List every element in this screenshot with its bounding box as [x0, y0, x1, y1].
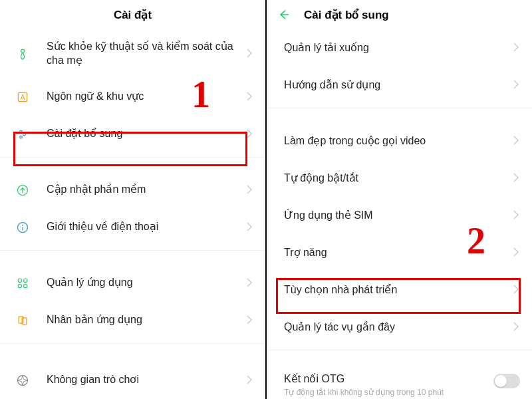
settings-pane: Cài đặt Sức khỏe kỹ thuật số và kiểm soá… — [0, 0, 267, 399]
lang-icon: A — [15, 89, 31, 105]
row-download-manager[interactable]: Quản lý tải xuống — [267, 29, 532, 66]
row-label: Ngôn ngữ & khu vực — [47, 90, 247, 104]
additional-settings-list: Quản lý tải xuống Hướng dẫn sử dụng Làm … — [267, 29, 532, 399]
row-game-space[interactable]: Không gian trò chơi — [0, 358, 265, 395]
svg-point-0 — [21, 49, 25, 53]
row-label: Tự động bật/tắt — [284, 172, 513, 186]
otg-toggle[interactable] — [493, 374, 520, 388]
row-accessibility[interactable]: Trợ năng — [267, 234, 532, 271]
game-icon — [15, 372, 31, 388]
row-software-update[interactable]: Cập nhật phần mềm — [0, 172, 265, 209]
chevron-right-icon — [513, 173, 520, 184]
section-divider — [267, 108, 532, 121]
row-label: Cập nhật phần mềm — [47, 183, 247, 197]
svg-point-8 — [22, 224, 23, 225]
row-subtitle: Tự động tắt khi không sử dụng trong 10 p… — [284, 388, 493, 397]
update-icon — [15, 182, 31, 198]
settings-list: Sức khỏe kỹ thuật số và kiểm soát của ch… — [0, 29, 265, 399]
chevron-right-icon — [513, 80, 520, 90]
svg-point-4 — [23, 133, 26, 136]
row-label: Giới thiệu về điện thoại — [47, 220, 247, 234]
row-language-region[interactable]: A Ngôn ngữ & khu vực — [0, 78, 265, 116]
page-title: Cài đặt — [114, 8, 152, 22]
chevron-right-icon — [247, 375, 253, 386]
chevron-right-icon — [513, 210, 520, 221]
svg-text:A: A — [21, 94, 25, 101]
row-label: Sức khỏe kỹ thuật số và kiểm soát của ch… — [47, 40, 247, 68]
chevron-right-icon — [513, 322, 520, 332]
chevron-right-icon — [513, 43, 520, 53]
svg-rect-12 — [24, 284, 27, 287]
info-icon — [15, 219, 31, 235]
row-digital-wellbeing[interactable]: Sức khỏe kỹ thuật số và kiểm soát của ch… — [0, 29, 265, 78]
chevron-right-icon — [247, 129, 253, 140]
header-left: Cài đặt — [0, 0, 265, 29]
chevron-right-icon — [247, 278, 253, 289]
row-label: Ứng dụng thẻ SIM — [284, 209, 513, 223]
clone-icon — [15, 313, 31, 329]
section-divider — [0, 250, 265, 263]
row-recent-tasks[interactable]: Quản lý tác vụ gần đây — [267, 309, 532, 346]
chevron-right-icon — [513, 285, 520, 295]
row-clone-apps[interactable]: Nhân bản ứng dụng — [0, 302, 265, 339]
chevron-right-icon — [513, 247, 520, 258]
health-icon — [15, 46, 31, 62]
chevron-right-icon — [247, 315, 253, 326]
svg-point-5 — [20, 136, 23, 138]
row-about-phone[interactable]: Giới thiệu về điện thoại — [0, 209, 265, 246]
row-additional-settings[interactable]: Cài đặt bổ sung — [0, 116, 265, 153]
row-otg-connection[interactable]: Kết nối OTG Tự động tắt khi không sử dụn… — [267, 364, 532, 397]
row-label: Quản lý tác vụ gần đây — [284, 321, 513, 334]
svg-rect-10 — [24, 279, 27, 282]
svg-point-3 — [20, 130, 23, 133]
row-label: Không gian trò chơi — [47, 373, 247, 387]
section-divider — [0, 157, 265, 170]
row-label: Tùy chọn nhà phát triển — [284, 283, 513, 297]
row-auto-on-off[interactable]: Tự động bật/tắt — [267, 160, 532, 197]
chevron-right-icon — [247, 222, 253, 233]
chevron-right-icon — [247, 49, 253, 59]
row-video-call-beauty[interactable]: Làm đẹp trong cuộc gọi video — [267, 122, 532, 160]
row-label: Quản lý ứng dụng — [47, 276, 247, 290]
section-divider — [267, 350, 532, 363]
row-label: Nhân bản ứng dụng — [47, 313, 247, 327]
row-developer-options[interactable]: Tùy chọn nhà phát triển — [267, 271, 532, 309]
back-button[interactable] — [277, 8, 291, 21]
chevron-right-icon — [513, 136, 520, 146]
svg-point-15 — [18, 375, 28, 385]
chevron-right-icon — [247, 92, 253, 102]
svg-rect-9 — [18, 279, 21, 282]
row-label: Cài đặt bổ sung — [47, 127, 247, 141]
row-sim-apps[interactable]: Ứng dụng thẻ SIM — [267, 197, 532, 234]
svg-rect-11 — [18, 284, 21, 287]
row-label: Hướng dẫn sử dụng — [284, 78, 513, 92]
header-right: Cài đặt bổ sung — [267, 0, 532, 29]
row-app-management[interactable]: Quản lý ứng dụng — [0, 265, 265, 302]
row-label: Quản lý tải xuống — [284, 41, 513, 55]
row-user-guide[interactable]: Hướng dẫn sử dụng — [267, 66, 532, 104]
row-label: Làm đẹp trong cuộc gọi video — [284, 134, 513, 148]
page-title: Cài đặt bổ sung — [304, 8, 389, 22]
row-label: Kết nối OTG — [284, 372, 493, 385]
apps-icon — [15, 275, 31, 291]
section-divider — [0, 343, 265, 356]
additional-settings-pane: Cài đặt bổ sung Quản lý tải xuống Hướng … — [267, 0, 532, 399]
chevron-right-icon — [247, 185, 253, 196]
more-icon — [15, 126, 31, 142]
row-label: Trợ năng — [284, 246, 513, 260]
